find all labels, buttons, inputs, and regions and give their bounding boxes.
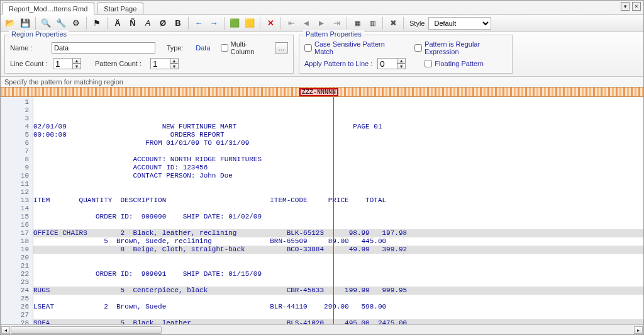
pattern-properties-panel: Pattern Properties Case Sensitive Patter… [299,35,513,74]
column-ruler[interactable]: ZZZ-NNNNN [1,87,643,97]
nav-first-icon[interactable]: ⇤ [284,16,298,30]
report-line[interactable] [33,262,643,270]
line-number: 9 [1,164,33,172]
horizontal-scrollbar[interactable]: ◂ ▸ [1,324,643,334]
binoculars-icon[interactable]: 🔍 [39,16,53,30]
type-link[interactable]: Data [196,44,210,52]
pattern-hint: Specify the pattern for matching region [1,77,643,87]
grid-yellow-icon[interactable]: 🟨 [243,16,257,30]
line-number: 24 [1,287,33,295]
multi-column-options-button[interactable]: … [275,42,288,54]
report-line[interactable] [33,254,643,262]
report-line[interactable] [33,188,643,196]
glyph-a-umlaut[interactable]: Ä [111,16,125,30]
line-number: 7 [1,147,33,156]
report-line[interactable] [33,278,643,287]
report-line[interactable]: ACCOUNT ID: 123456 [33,164,643,172]
report-line[interactable] [33,221,643,229]
tool-icon[interactable]: 🔧 [54,16,68,30]
tab-start-page[interactable]: Start Page [97,3,143,14]
nav-prev-icon[interactable]: ◄ [299,16,313,30]
linecount-input[interactable] [53,58,73,69]
glyph-n-tilde[interactable]: Ñ [126,16,140,30]
tabstrip-menu-icon[interactable]: ▾ [621,2,630,11]
line-number: 21 [1,262,33,270]
glyph-o-slash[interactable]: Ø [156,16,170,30]
nav-last-icon[interactable]: ⇥ [330,16,343,30]
delete-icon[interactable]: ✕ [264,16,277,30]
filter-b-icon[interactable]: ▥ [365,16,379,30]
report-line[interactable]: OFFICE CHAIRS 2 Black, leather, reclinin… [33,229,643,237]
report-line[interactable]: ACCOUNT: NORTH RIDGE FURNITURES [33,156,643,164]
report-line[interactable]: CONTACT PERSON: John Doe [33,172,643,180]
apply-line-up[interactable]: ▲ [397,58,406,64]
report-line[interactable] [33,147,643,156]
linecount-down[interactable]: ▼ [72,64,81,69]
pattern-props-legend: Pattern Properties [303,30,364,38]
regex-label: Pattern is Regular Expression [425,40,507,55]
open-icon[interactable]: 📂 [3,16,17,30]
tab-report-mod[interactable]: Report_Mod…tterns.Rmd [2,3,94,14]
grid-green-icon[interactable]: 🟩 [228,16,242,30]
save-icon[interactable]: 💾 [18,16,32,30]
delete-x-icon[interactable]: ✖ [386,16,400,30]
line-number: 5 [1,131,33,139]
column-guide-line [333,97,334,324]
style-label: Style [409,20,425,27]
regex-checkbox[interactable] [414,44,422,52]
line-number: 28 [1,319,33,324]
line-number: 2 [1,106,33,115]
report-line[interactable]: 00:00:00 ORDERS REPORT [33,131,643,139]
report-line[interactable]: ITEM QUANTITY DESCRIPTION ITEM-CODE PRIC… [33,196,643,205]
report-line[interactable]: 02/01/09 NEW FURTINURE MART PAGE 01 [33,123,643,131]
report-line[interactable] [33,295,643,303]
scroll-thumb[interactable] [11,326,162,334]
tabstrip-close-icon[interactable]: × [632,2,641,11]
tab-strip: Report_Mod…tterns.Rmd Start Page ▾ × [1,1,643,14]
apply-line-down[interactable]: ▼ [397,64,406,69]
line-number-gutter: 1234567891011121314151617181920212223242… [1,97,33,324]
name-input[interactable] [52,42,155,54]
report-line[interactable] [33,180,643,188]
arrow-left-icon[interactable]: ← [192,16,206,30]
multi-column-checkbox[interactable] [221,44,228,52]
patterncount-input[interactable] [150,58,170,69]
line-number: 22 [1,270,33,278]
report-line[interactable]: SOFA 5 Black, leather BLS-41020 495.00 2… [33,319,643,324]
scroll-left-icon[interactable]: ◂ [1,326,10,334]
report-line[interactable]: ORDER ID: 909090 SHIP DATE: 01/02/09 [33,213,643,221]
nav-next-icon[interactable]: ► [314,16,328,30]
report-line[interactable]: RUGS 5 Centerpiece, black CBR-45633 199.… [33,287,643,295]
report-line[interactable]: ORDER ID: 909091 SHIP DATE: 01/15/09 [33,270,643,278]
apply-line-input[interactable] [377,58,397,69]
report-content[interactable]: 02/01/09 NEW FURTINURE MART PAGE 0100:00… [33,97,643,324]
line-number: 17 [1,229,33,237]
linecount-up[interactable]: ▲ [72,58,81,64]
line-number: 20 [1,254,33,262]
floating-checkbox[interactable] [425,60,432,67]
patterncount-up[interactable]: ▲ [170,58,179,64]
report-line[interactable] [33,205,643,213]
filter-a-icon[interactable]: ▦ [350,16,364,30]
name-label: Name : [10,44,47,52]
line-number: 25 [1,295,33,303]
glyph-b[interactable]: B [171,16,185,30]
line-number: 16 [1,221,33,229]
style-select[interactable]: Default [428,17,491,30]
report-line[interactable]: LSEAT 2 Brown, Suede BLR-44110 299.00 59… [33,303,643,311]
case-sensitive-label: Case Sensitive Pattern Match [314,40,396,55]
case-sensitive-checkbox[interactable] [304,44,312,52]
flag-icon[interactable]: ⚑ [90,16,104,30]
arrow-right-icon[interactable]: → [207,16,221,30]
glyph-a-italic[interactable]: A [141,16,155,30]
report-line[interactable]: 8 Beige, Cloth, straight-back BCO-33884 … [33,246,643,254]
report-line[interactable]: FROM 01/01/09 TO 01/31/09 [33,139,643,147]
line-number: 12 [1,188,33,196]
gear-icon[interactable]: ⚙ [69,16,83,30]
patterncount-down[interactable]: ▼ [170,64,179,69]
report-line[interactable]: 5 Brown, Suede, reclining BRN-65509 89.0… [33,237,643,246]
report-line[interactable] [33,311,643,319]
floating-label: Floating Pattern [435,60,484,67]
pattern-marker[interactable]: ZZZ-NNNNN [299,88,338,96]
scroll-right-icon[interactable]: ▸ [634,326,643,334]
